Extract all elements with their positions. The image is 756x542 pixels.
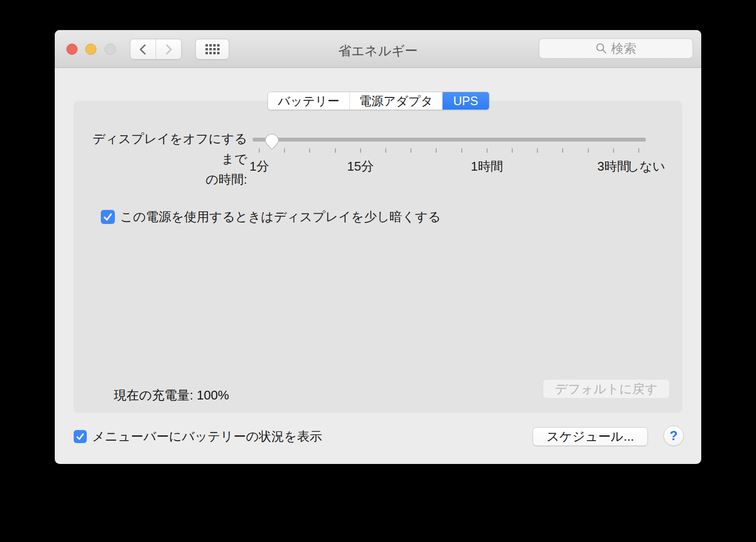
title-bar: 省エネルギー 検索: [55, 30, 701, 68]
slider-tick-label: 3時間: [598, 158, 630, 175]
energy-saver-window: 省エネルギー 検索 バッテリー電源アダプタUPS ディスプレイをオフにするまで …: [55, 30, 701, 464]
slider-tick: [537, 148, 538, 153]
slider-tick: [512, 148, 513, 153]
slider-tick: [613, 148, 614, 153]
slider-tick: [638, 148, 639, 153]
tab-電源アダプタ[interactable]: 電源アダプタ: [349, 92, 442, 110]
slider-tick: [335, 148, 336, 153]
slider-tick: [284, 148, 285, 153]
help-button[interactable]: ?: [663, 426, 684, 446]
slider-tick: [487, 148, 488, 153]
slider-tick: [385, 148, 386, 153]
slider-tick: [410, 148, 411, 153]
checkbox-checked-icon[interactable]: [101, 210, 115, 224]
slider-tick: [461, 148, 462, 153]
slider-tick: [360, 148, 361, 153]
display-sleep-slider-thumb[interactable]: [265, 133, 279, 150]
search-input[interactable]: 検索: [539, 38, 693, 59]
battery-status-checkbox-label: メニューバーにバッテリーの状況を表示: [92, 428, 322, 445]
slider-tick-label: しない: [627, 158, 665, 175]
checkbox-checked-icon[interactable]: [74, 430, 87, 443]
restore-defaults-button: デフォルトに戻す: [543, 379, 670, 399]
slider-tick-label: 1時間: [471, 158, 503, 175]
question-mark-icon: ?: [670, 429, 678, 444]
slider-tick-label: 1分: [250, 158, 269, 175]
slider-tick: [562, 148, 563, 153]
slider-tick: [309, 148, 310, 153]
tab-バッテリー[interactable]: バッテリー: [268, 92, 349, 110]
current-charge-level: 現在の充電量: 100%: [114, 387, 229, 404]
desktop-background: 省エネルギー 検索 バッテリー電源アダプタUPS ディスプレイをオフにするまで …: [0, 0, 756, 542]
tab-group: バッテリー電源アダプタUPS: [268, 92, 489, 110]
slider-tick: [259, 148, 260, 153]
search-placeholder: 検索: [611, 40, 636, 57]
slider-tick: [588, 148, 589, 153]
tab-selected-UPS[interactable]: UPS: [442, 92, 489, 110]
dim-display-checkbox-row[interactable]: この電源を使用するときはディスプレイを少し暗くする: [101, 208, 441, 225]
slider-tick: [436, 148, 437, 153]
display-sleep-label: ディスプレイをオフにするまで の時間:: [82, 128, 247, 190]
dim-display-checkbox-label: この電源を使用するときはディスプレイを少し暗くする: [120, 208, 441, 225]
battery-status-checkbox-row[interactable]: メニューバーにバッテリーの状況を表示: [74, 428, 322, 445]
slider-tick-label: 15分: [347, 158, 374, 175]
search-icon: [596, 43, 607, 54]
schedule-button[interactable]: スケジュール...: [533, 427, 648, 446]
display-sleep-slider-track[interactable]: [252, 138, 646, 142]
